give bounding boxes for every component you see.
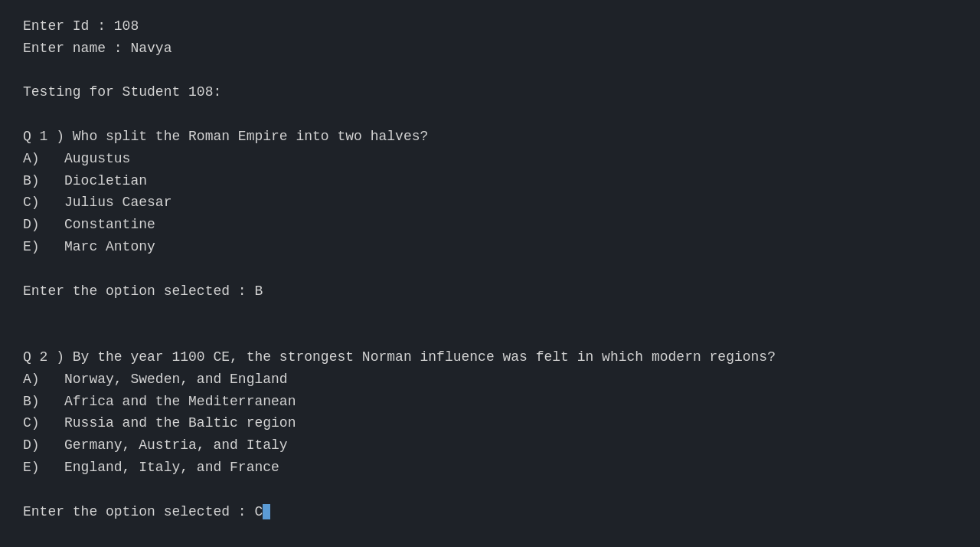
terminal-line-blank4 — [23, 302, 957, 324]
terminal-line-blank3 — [23, 258, 957, 280]
terminal-line-q2-answer-prompt: Enter the option selected : C — [23, 501, 957, 523]
terminal-line-blank2 — [23, 103, 957, 126]
terminal-line-blank6 — [23, 479, 957, 501]
input-cursor — [263, 504, 270, 519]
terminal-line-q2-a: A) Norway, Sweden, and England — [23, 368, 957, 391]
terminal-line-q1-c: C) Julius Caesar — [23, 192, 957, 214]
terminal-line-q2-c: C) Russia and the Baltic region — [23, 412, 957, 434]
terminal-line-testing-header: Testing for Student 108: — [23, 81, 957, 103]
terminal-line-blank5 — [23, 324, 957, 346]
terminal-line-q1-answer: Enter the option selected : B — [23, 280, 957, 303]
terminal-line-q1-a: A) Augustus — [23, 148, 957, 170]
terminal-line-q1-question: Q 1 ) Who split the Roman Empire into tw… — [23, 126, 957, 148]
terminal-line-q2-e: E) England, Italy, and France — [23, 457, 957, 479]
terminal-line-q2-d: D) Germany, Austria, and Italy — [23, 434, 957, 457]
terminal-line-q2-b: B) Africa and the Mediterranean — [23, 391, 957, 413]
terminal-line-q1-b: B) Diocletian — [23, 170, 957, 192]
terminal-line-enter-id: Enter Id : 108 — [23, 15, 957, 38]
terminal-line-enter-name: Enter name : Navya — [23, 38, 957, 60]
terminal-line-q1-e: E) Marc Antony — [23, 236, 957, 258]
terminal-output: Enter Id : 108Enter name : NavyaTesting … — [23, 15, 957, 522]
terminal-line-q1-d: D) Constantine — [23, 214, 957, 236]
terminal-line-q2-question: Q 2 ) By the year 1100 CE, the strongest… — [23, 346, 957, 368]
terminal-line-blank1 — [23, 60, 957, 82]
